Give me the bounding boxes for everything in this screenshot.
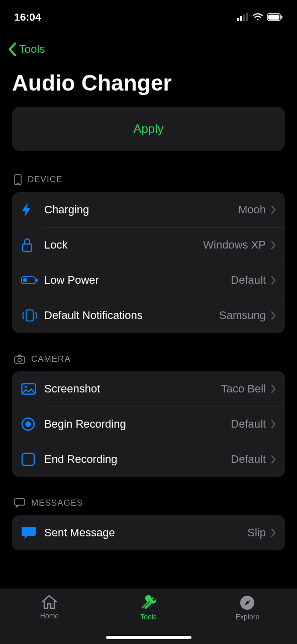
row-value: Mooh [238, 203, 266, 216]
chevron-right-icon [271, 240, 276, 250]
row-label: End Recording [44, 453, 231, 466]
back-label: Tools [19, 43, 45, 56]
apply-button[interactable]: Apply [12, 107, 285, 151]
svg-rect-8 [17, 183, 19, 184]
row-label: Lock [44, 238, 203, 252]
row-value: Windows XP [203, 238, 266, 252]
row-label: Sent Message [44, 526, 247, 539]
tab-label: Explore [236, 613, 259, 621]
svg-point-15 [18, 358, 22, 362]
row-charging[interactable]: Charging Mooh [12, 192, 285, 227]
chevron-right-icon [271, 420, 276, 429]
cellular-icon [237, 13, 249, 21]
wifi-icon [252, 13, 263, 21]
section-camera: CAMERA Screenshot Taco Bell Begin Record… [0, 354, 297, 477]
camera-icon [14, 355, 25, 364]
row-value: Default [231, 418, 266, 431]
svg-rect-20 [22, 453, 34, 465]
svg-rect-2 [243, 15, 245, 21]
row-low-power[interactable]: Low Power Default [12, 263, 285, 298]
row-label: Charging [44, 203, 238, 216]
tab-tools[interactable]: Tools [100, 595, 197, 621]
svg-rect-12 [36, 279, 38, 282]
chat-icon [14, 498, 25, 508]
card-camera: Screenshot Taco Bell Begin Recording Def… [12, 371, 285, 477]
phone-icon [14, 174, 22, 185]
row-screenshot[interactable]: Screenshot Taco Bell [12, 371, 285, 407]
row-begin-recording[interactable]: Begin Recording Default [12, 407, 285, 442]
lock-icon [21, 237, 33, 253]
bolt-icon [21, 202, 32, 217]
svg-rect-14 [15, 357, 25, 363]
chevron-right-icon [271, 455, 276, 464]
row-value: Taco Bell [221, 382, 266, 395]
row-value: Slip [247, 526, 266, 539]
chevron-right-icon [271, 384, 276, 393]
status-time: 16:04 [14, 11, 41, 23]
tab-explore[interactable]: Explore [199, 595, 296, 621]
row-lock[interactable]: Lock Windows XP [12, 227, 285, 263]
vibrate-icon [21, 309, 38, 322]
section-header-device: DEVICE [12, 174, 285, 185]
row-default-notifications[interactable]: Default Notifications Samsung [12, 298, 285, 333]
row-end-recording[interactable]: End Recording Default [12, 442, 285, 477]
row-sent-message[interactable]: Sent Message Slip [12, 515, 285, 550]
row-value: Default [231, 453, 266, 466]
compass-icon [239, 595, 255, 611]
svg-rect-9 [23, 244, 32, 252]
svg-rect-13 [26, 310, 33, 321]
page-title: Audio Changer [0, 61, 297, 107]
svg-rect-1 [240, 16, 242, 21]
battery-icon [267, 13, 283, 21]
svg-rect-6 [281, 16, 283, 19]
section-header-label: CAMERA [31, 354, 71, 364]
tab-label: Tools [140, 613, 157, 621]
row-label: Begin Recording [44, 418, 231, 431]
svg-rect-3 [246, 13, 248, 21]
section-header-messages: MESSAGES [12, 498, 285, 508]
stop-icon [21, 452, 35, 466]
status-bar: 16:04 [0, 0, 297, 27]
svg-point-17 [25, 386, 27, 388]
card-messages: Sent Message Slip [12, 515, 285, 550]
home-icon [41, 595, 58, 610]
svg-rect-11 [23, 278, 27, 282]
section-header-label: MESSAGES [31, 498, 83, 508]
row-label: Default Notifications [44, 309, 219, 322]
svg-rect-0 [237, 18, 239, 21]
message-bubble-icon [21, 526, 36, 540]
chevron-right-icon [271, 205, 276, 214]
svg-rect-16 [22, 384, 36, 394]
svg-rect-5 [268, 15, 279, 20]
chevron-right-icon [271, 311, 276, 320]
back-nav[interactable]: Tools [0, 27, 297, 61]
status-icons [237, 13, 283, 21]
tools-icon [139, 595, 157, 611]
chevron-right-icon [271, 276, 276, 285]
row-label: Low Power [44, 274, 231, 287]
row-value: Default [231, 274, 266, 287]
row-value: Samsung [219, 309, 266, 322]
section-header-camera: CAMERA [12, 354, 285, 364]
chevron-left-icon [7, 42, 17, 56]
image-icon [21, 383, 36, 395]
tab-label: Home [40, 612, 59, 620]
chevron-right-icon [271, 528, 276, 537]
section-messages: MESSAGES Sent Message Slip [0, 498, 297, 550]
scroll-fade [0, 574, 297, 589]
home-indicator[interactable] [106, 636, 191, 639]
card-device: Charging Mooh Lock Windows XP Low Power … [12, 192, 285, 333]
tab-bar: Home Tools Explore [0, 589, 297, 644]
section-header-label: DEVICE [28, 175, 62, 185]
record-icon [21, 417, 35, 431]
section-device: DEVICE Charging Mooh Lock Windows XP Low… [0, 174, 297, 333]
row-label: Screenshot [44, 382, 221, 395]
svg-point-19 [26, 422, 31, 427]
tab-home[interactable]: Home [1, 595, 98, 620]
battery-low-icon [21, 276, 38, 285]
svg-rect-21 [15, 499, 25, 505]
apply-label: Apply [133, 122, 163, 136]
